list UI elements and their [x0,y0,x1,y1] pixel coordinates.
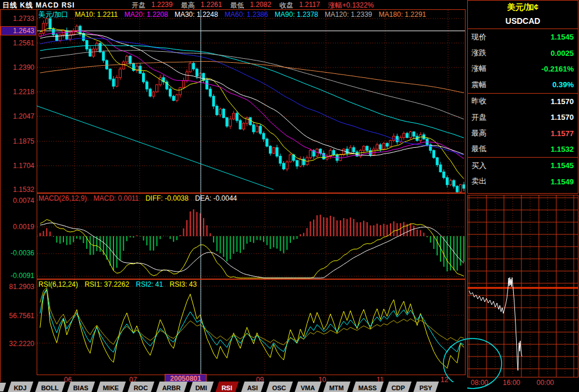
row-value: 0.0025 [550,49,574,58]
low-label: 最低 [230,1,244,10]
kline-legend: 美元/加口 MA10: 1.2211 MA20: 1.2208 MA30: 1.… [38,10,431,20]
rsi-header: RSI(6,12,24) RSI1: 37.2262 RSI2: 41 RSI3… [38,280,201,288]
time-label: 00:00 [532,379,558,387]
ma20-legend: MA20: 1.2208 [125,10,168,19]
high-label: 最高 [181,1,195,10]
tab-rsi[interactable]: RSI [215,382,239,392]
quote-row-high: 最高1.1577 [468,125,578,141]
ma90-legend: MA90: 1.2378 [275,10,318,19]
quote-panel: 美元/加¢ USDCAD 现价1.1545 涨跌0.0025 涨幅-0.2161… [467,0,578,194]
row-label: 最低 [471,144,486,154]
row-label: 最高 [471,128,486,138]
row-label: 涨跌 [471,48,486,58]
ma120-legend: MA120: 1.2339 [325,10,372,19]
instrument-title: 美元/加¢ [468,2,578,13]
ohlc-readout: 开盘 1.2239 最高 1.2261 最低 1.2082 收盘 1.2117 … [123,1,374,10]
rsi-name: RSI(6,12,24) [38,280,78,288]
price-axis-highlight: 1.2643 [1,26,36,35]
tab-partial [0,383,6,391]
row-label: 开盘 [471,112,486,123]
price-axis-label: 1.2390 [0,63,34,72]
row-label: 昨收 [471,96,486,106]
price-axis-label: 1.1875 [0,137,34,145]
low-value: 1.2082 [250,1,271,10]
macd-value: MACD: 0.0011 [94,194,139,202]
rsi-axis-label: 32.2220 [0,340,34,348]
open-label: 开盘 [132,1,145,10]
row-label: 震幅 [471,80,486,90]
tab-cdp[interactable]: CDP [385,382,412,392]
indicator-tab-bar: KDJ BOLL BIAS MIKE ROC ARBR DMI RSI ASI … [0,382,467,392]
row-label: 涨幅 [471,63,486,74]
quote-row-change-pct: 涨幅-0.2161% [468,61,578,77]
ma-lines-layer [40,28,464,179]
quote-row-low: 最低1.1532 [468,141,578,157]
tick-chart-layer [468,195,578,377]
price-axis-label: 1.1704 [0,162,34,170]
quote-row-prev-close: 昨收1.1570 [468,94,578,109]
tab-psy[interactable]: PSY [413,382,439,392]
quote-row-ask: 卖出1.1549 [468,174,578,190]
diff-value: DIFF: -0.0038 [145,194,189,202]
tab-vma[interactable]: VMA [294,382,321,392]
macd-axis-label: -0.0036 [0,249,34,257]
tab-arbr[interactable]: ARBR [156,382,187,392]
row-value: -0.2161% [541,65,574,73]
row-value: 1.1532 [550,145,574,154]
rsi-layer [40,287,464,368]
tab-bias[interactable]: BIAS [67,382,95,392]
macd-axis-label: 0.0019 [0,223,34,231]
tab-mike[interactable]: MIKE [97,382,126,392]
change-percent: 涨幅+0.1322% [328,1,374,10]
rsi1-value: RSI1: 37.2262 [84,280,129,288]
price-axis-label: 1.2218 [0,88,34,96]
rsi2-value: RSI2: 41 [136,280,163,288]
tab-mass[interactable]: MASS [352,382,383,392]
high-value: 1.2261 [201,1,222,10]
tab-asi[interactable]: ASI [240,382,264,392]
tab-boll[interactable]: BOLL [35,382,65,392]
close-value: 1.2117 [299,1,320,10]
time-label: 16:00 [499,379,524,387]
quote-row-open: 开盘1.1570 [468,109,578,125]
macd-axis-label: 0.0074 [0,197,34,205]
row-value: 1.1545 [550,33,574,41]
quote-row-bid: 买入1.1545 [468,158,578,173]
rsi-axis-label: 81.2903 [0,283,34,291]
ma60-legend: MA60: 1.2386 [225,10,268,19]
instrument-code: USDCAD [468,16,578,29]
ma30-legend: MA30: 1.2248 [175,10,218,19]
rsi3-value: RSI3: 43 [170,280,197,288]
symbol-label: 美元/加口 [38,10,68,19]
row-label: 买入 [471,161,486,171]
row-label: 现价 [471,32,486,42]
tab-osc[interactable]: OSC [266,382,293,392]
row-label: 卖出 [471,176,486,187]
trading-app-window: 日线 K线 MACD RSI 开盘 1.2239 最高 1.2261 最低 1.… [0,0,579,392]
quote-row-last: 现价1.1545 [468,29,578,45]
row-value: 1.1577 [550,129,574,138]
macd-layer [40,209,464,278]
tab-roc[interactable]: ROC [127,382,155,392]
row-value: 1.1545 [550,161,574,170]
row-value: 1.1570 [550,113,574,122]
rsi-axis-label: 56.7561 [0,312,34,320]
grid-layer [37,10,465,375]
row-value: 0.39% [552,80,574,89]
dea-value: DEA: -0.0044 [195,194,237,202]
tab-dmi[interactable]: DMI [189,382,214,392]
tab-mtm[interactable]: MTM [323,382,351,392]
time-label: 08:00 [467,379,492,387]
price-axis-label: 1.2047 [0,112,34,120]
tab-kdj[interactable]: KDJ [8,382,34,392]
row-value: 1.1549 [550,177,574,186]
price-axis-label: 1.1532 [0,186,34,194]
open-value: 1.2239 [151,1,173,10]
price-axis-label: 1.2733 [0,15,34,23]
ma10-legend: MA10: 1.2211 [75,10,118,19]
macd-name: MACD(26,12,9) [38,194,87,202]
macd-header: MACD(26,12,9) MACD: 0.0011 DIFF: -0.0038… [38,194,241,202]
macd-axis-label: -0.0091 [0,272,34,280]
ma180-legend: MA180: 1.2291 [379,10,426,19]
quote-row-amplitude: 震幅0.39% [468,77,578,92]
